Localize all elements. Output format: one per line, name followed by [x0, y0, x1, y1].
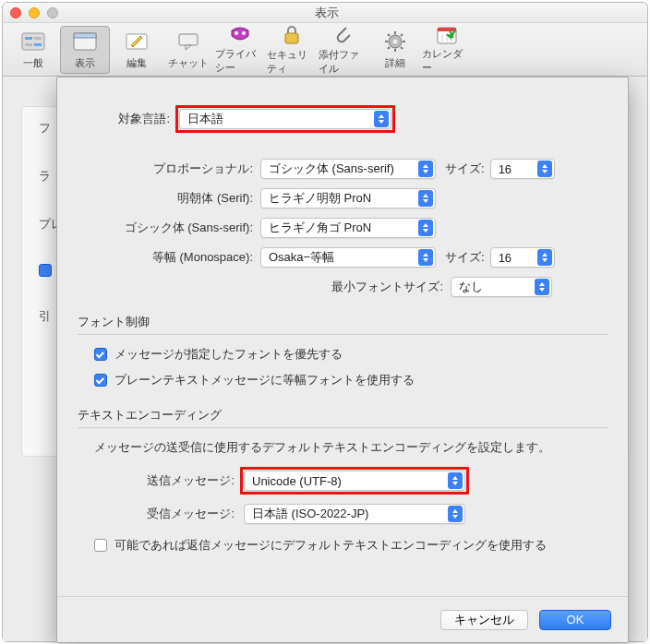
toolbar: 一般 表示 編集 チャット プライバシー — [3, 23, 647, 77]
svg-rect-3 — [25, 43, 32, 46]
cancel-button[interactable]: キャンセル — [440, 610, 528, 630]
chevron-updown-icon — [374, 111, 389, 127]
separator — [78, 334, 608, 335]
chevron-updown-icon — [418, 220, 433, 236]
mono-label: 等幅 (Monospace): — [78, 249, 253, 266]
window-title: 表示 — [58, 5, 596, 21]
chevron-updown-icon — [418, 161, 433, 177]
chevron-updown-icon — [448, 506, 463, 522]
send-encoding-select[interactable]: Unicode (UTF-8) — [244, 471, 465, 491]
toolbar-security[interactable]: セキュリティ — [267, 26, 317, 74]
window-controls — [10, 7, 58, 18]
proportional-select[interactable]: ゴシック体 (Sans-serif) — [260, 159, 436, 179]
toolbar-privacy[interactable]: プライバシー — [215, 26, 265, 74]
mono-select[interactable]: Osaka−等幅 — [260, 247, 436, 268]
chevron-updown-icon — [448, 472, 463, 489]
chat-icon — [175, 29, 201, 54]
plaintext-mono-checkbox[interactable]: プレーンテキストメッセージに等幅フォントを使用する — [94, 372, 415, 388]
paperclip-icon — [331, 24, 356, 46]
minimize-icon[interactable] — [29, 7, 40, 18]
body: フ ラ プレ 引 対象言語: 日本語 — [3, 77, 647, 641]
minsize-label: 最小フォントサイズ: — [78, 279, 443, 295]
checkbox-icon — [94, 348, 107, 361]
svg-point-9 — [235, 31, 238, 35]
toolbar-edit[interactable]: 編集 — [112, 26, 162, 74]
svg-point-10 — [242, 31, 246, 35]
size-label-2: サイズ: — [445, 249, 485, 266]
zoom-icon — [47, 7, 58, 18]
chevron-updown-icon — [537, 161, 552, 177]
ok-button[interactable]: OK — [539, 610, 611, 630]
mask-icon — [227, 25, 253, 45]
bg-label-1: フ — [39, 120, 51, 137]
settings-sheet: 対象言語: 日本語 プロポーショナル: ゴシック体 (Sans-serif) — [56, 77, 629, 643]
serif-label: 明朝体 (Serif): — [78, 190, 253, 207]
svg-rect-23 — [438, 28, 456, 31]
proportional-label: プロポーショナル: — [78, 161, 253, 177]
lock-icon — [279, 24, 305, 46]
sans-label: ゴシック体 (Sans-serif): — [78, 220, 253, 236]
checkbox-icon — [94, 539, 107, 552]
svg-rect-8 — [179, 34, 198, 45]
font-control-heading: フォント制御 — [78, 314, 608, 330]
svg-rect-6 — [74, 33, 96, 38]
preferences-window: 表示 一般 表示 編集 チャット — [2, 2, 648, 642]
proportional-size-select[interactable]: 16 — [490, 159, 555, 179]
minsize-select[interactable]: なし — [451, 277, 552, 297]
calendar-icon — [434, 25, 460, 45]
svg-rect-4 — [34, 43, 42, 46]
highlight-language: 日本語 — [175, 105, 395, 133]
toolbar-advanced[interactable]: 詳細 — [370, 26, 420, 74]
svg-rect-1 — [25, 37, 32, 40]
svg-line-19 — [401, 47, 403, 49]
serif-select[interactable]: ヒラギノ明朝 ProN — [260, 188, 436, 209]
svg-point-13 — [393, 40, 398, 44]
chevron-updown-icon — [418, 190, 433, 207]
send-encoding-label: 送信メッセージ: — [78, 472, 235, 489]
svg-line-18 — [388, 34, 390, 36]
bg-label-2: ラ — [39, 168, 51, 185]
toolbar-display[interactable]: 表示 — [60, 26, 110, 74]
svg-rect-11 — [285, 33, 298, 43]
encoding-desc: メッセージの送受信に使用するデフォルトテキストエンコーディングを設定します。 — [94, 439, 550, 456]
bg-label-4: 引 — [39, 308, 51, 325]
chevron-updown-icon — [535, 279, 549, 295]
switches-icon — [20, 29, 46, 54]
titlebar: 表示 — [3, 3, 647, 23]
checkbox-icon — [94, 374, 107, 387]
size-label-1: サイズ: — [445, 161, 485, 177]
svg-line-21 — [388, 47, 390, 49]
svg-rect-2 — [34, 37, 42, 40]
separator — [78, 427, 608, 428]
pencil-icon — [124, 29, 150, 54]
chevron-updown-icon — [537, 249, 552, 266]
recv-encoding-select[interactable]: 日本語 (ISO-2022-JP) — [244, 504, 465, 524]
toolbar-attachments[interactable]: 添付ファイル — [319, 26, 368, 74]
svg-line-20 — [401, 34, 403, 36]
sans-select[interactable]: ヒラギノ角ゴ ProN — [260, 218, 436, 238]
dialog-footer: キャンセル OK — [57, 596, 628, 642]
language-label: 対象言語: — [78, 111, 170, 127]
bg-checkbox[interactable] — [39, 264, 52, 277]
language-value: 日本語 — [187, 111, 223, 127]
language-select[interactable]: 日本語 — [179, 109, 391, 129]
mono-size-select[interactable]: 16 — [490, 247, 555, 268]
close-icon[interactable] — [10, 7, 21, 18]
reply-default-encoding-checkbox[interactable]: 可能であれば返信メッセージにデフォルトテキストエンコーディングを使用する — [94, 537, 547, 554]
encoding-heading: テキストエンコーディング — [78, 407, 608, 423]
toolbar-calendar[interactable]: カレンダー — [422, 26, 472, 74]
toolbar-general[interactable]: 一般 — [8, 26, 58, 74]
chevron-updown-icon — [418, 249, 433, 266]
prefer-message-font-checkbox[interactable]: メッセージが指定したフォントを優先する — [94, 346, 343, 363]
toolbar-chat[interactable]: チャット — [163, 26, 213, 74]
recv-encoding-label: 受信メッセージ: — [78, 506, 235, 522]
highlight-send-encoding: Unicode (UTF-8) — [240, 467, 469, 495]
gear-icon — [382, 29, 408, 54]
window-icon — [72, 29, 98, 54]
svg-rect-0 — [22, 33, 44, 50]
